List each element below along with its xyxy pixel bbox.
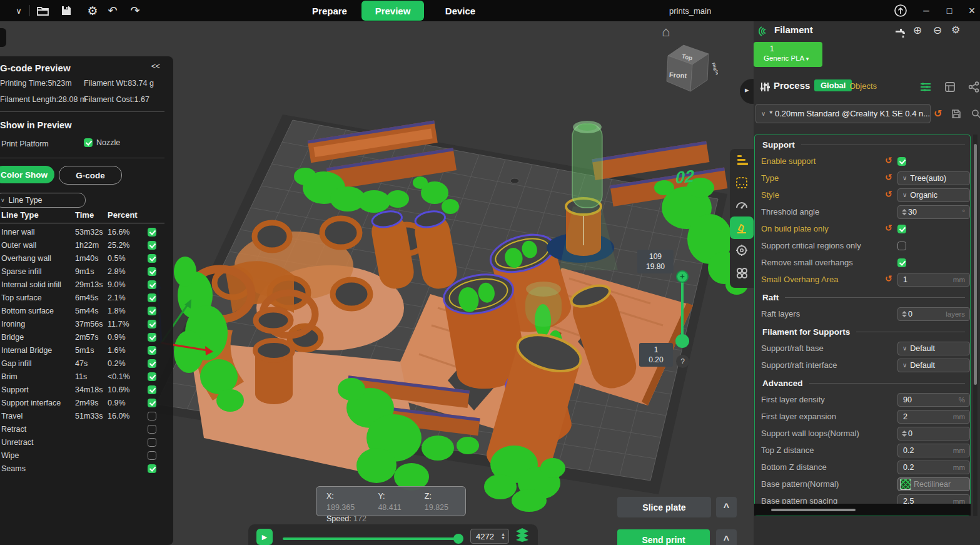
- send-print-button[interactable]: Send print: [617, 529, 710, 545]
- row-checkbox[interactable]: [148, 412, 156, 420]
- reset-icon[interactable]: ↺: [885, 155, 896, 165]
- process-scope-objects[interactable]: Objects: [849, 81, 877, 91]
- remove-small-overhangs-checkbox[interactable]: [897, 258, 906, 267]
- filament-settings-gear-icon[interactable]: ⚙: [951, 24, 960, 36]
- row-checkbox[interactable]: [148, 228, 156, 237]
- on-build-plate-checkbox[interactable]: [897, 225, 906, 233]
- row-checkbox[interactable]: [148, 464, 156, 473]
- tab-others[interactable]: [730, 262, 754, 284]
- redo-icon[interactable]: ↷: [128, 0, 143, 21]
- horizontal-scrollbar-thumb[interactable]: [771, 509, 856, 511]
- reset-icon[interactable]: ↺: [885, 273, 896, 283]
- tab-speed[interactable]: [730, 194, 754, 216]
- layer-spin-down-icon[interactable]: ▼: [501, 536, 505, 540]
- filament-flush-icon[interactable]: [893, 25, 906, 38]
- row-checkbox[interactable]: [148, 241, 156, 250]
- cloud-upload-icon[interactable]: [894, 4, 907, 18]
- close-button[interactable]: ×: [964, 0, 980, 21]
- row-checkbox[interactable]: [148, 333, 156, 342]
- open-folder-icon[interactable]: [36, 5, 50, 16]
- tab-device[interactable]: Device: [438, 0, 483, 21]
- small-overhang-area-input[interactable]: 1mm: [897, 273, 970, 287]
- help-button[interactable]: ?: [676, 355, 689, 368]
- process-params-icon[interactable]: [919, 81, 932, 93]
- raft-layers-input[interactable]: 0layers: [897, 307, 970, 321]
- tab-strength[interactable]: [730, 171, 754, 194]
- maximize-button[interactable]: □: [941, 0, 957, 21]
- send-options-button[interactable]: ^: [716, 529, 737, 545]
- support-critical-checkbox[interactable]: [897, 242, 906, 250]
- row-checkbox[interactable]: [148, 293, 156, 302]
- profile-selector[interactable]: ∨ * 0.20mm Standard @Creality K1 SE 0.4 …: [755, 104, 931, 123]
- layer-number-input[interactable]: 4272 ▲ ▼: [470, 529, 509, 544]
- type-dropdown[interactable]: ∨Tree(auto): [897, 171, 970, 185]
- row-checkbox[interactable]: [148, 254, 156, 263]
- save-icon[interactable]: [61, 5, 72, 16]
- chevron-down-icon[interactable]: ∨: [11, 0, 26, 21]
- process-scope-global[interactable]: Global: [814, 79, 852, 91]
- remove-filament-button[interactable]: ⊖: [933, 24, 942, 37]
- row-checkbox[interactable]: [148, 372, 156, 381]
- gcode-view-button[interactable]: G-code: [59, 166, 122, 185]
- reset-icon[interactable]: ↺: [885, 172, 896, 182]
- tab-cooling[interactable]: [730, 239, 754, 262]
- process-table-icon[interactable]: [944, 81, 956, 93]
- layers-icon[interactable]: [516, 528, 528, 542]
- line-type-collapse[interactable]: ∨ Line Type: [0, 193, 86, 208]
- layer-progress-thumb[interactable]: [453, 534, 463, 544]
- layer-slider-top-handle[interactable]: +: [676, 270, 689, 283]
- slice-options-button[interactable]: ^: [716, 497, 737, 517]
- slice-plate-button[interactable]: Slice plate: [617, 497, 711, 517]
- home-view-button[interactable]: ⌂: [662, 24, 670, 40]
- top-z-distance-input[interactable]: 0.2mm: [897, 444, 970, 457]
- tab-quality[interactable]: [730, 149, 754, 171]
- horizontal-scrollbar[interactable]: [754, 504, 971, 516]
- add-filament-button[interactable]: ⊕: [913, 24, 922, 37]
- row-checkbox[interactable]: [148, 307, 156, 315]
- base-pattern-dropdown[interactable]: Rectilinear: [897, 477, 970, 491]
- first-layer-density-input[interactable]: 90%: [897, 393, 970, 407]
- minimize-button[interactable]: –: [918, 0, 934, 21]
- style-dropdown[interactable]: ∨Organic: [897, 188, 970, 202]
- gear-icon[interactable]: ⚙: [85, 0, 100, 21]
- nozzle-checkbox[interactable]: [84, 138, 93, 147]
- process-compare-icon[interactable]: [968, 81, 979, 93]
- row-checkbox[interactable]: [148, 346, 156, 355]
- tab-prepare[interactable]: Prepare: [306, 0, 353, 21]
- enable-support-checkbox[interactable]: [897, 157, 906, 166]
- reset-icon[interactable]: ↺: [885, 189, 896, 199]
- view-cube[interactable]: Top Front Right: [662, 40, 718, 96]
- threshold-angle-input[interactable]: 30°: [897, 205, 970, 219]
- collapse-panel-button[interactable]: <<: [151, 61, 159, 71]
- layer-slider-bottom-handle[interactable]: [675, 334, 689, 348]
- row-checkbox[interactable]: [148, 438, 156, 447]
- vertical-scrollbar[interactable]: [973, 135, 977, 516]
- play-button[interactable]: ▶: [256, 529, 273, 545]
- profile-reset-icon[interactable]: ↺: [934, 108, 942, 120]
- color-show-button[interactable]: Color Show: [0, 166, 54, 183]
- bottom-z-distance-input[interactable]: 0.2mm: [897, 461, 970, 474]
- row-checkbox[interactable]: [148, 280, 156, 289]
- layer-slider-track[interactable]: [681, 277, 684, 341]
- row-checkbox[interactable]: [148, 320, 156, 329]
- tab-support[interactable]: [730, 216, 754, 239]
- row-checkbox[interactable]: [148, 451, 156, 460]
- filament-slot-card[interactable]: 1 Generic PLA ▾: [754, 42, 822, 67]
- row-checkbox[interactable]: [148, 399, 156, 407]
- tab-preview[interactable]: Preview: [361, 1, 424, 21]
- layer-progress-slider[interactable]: [283, 537, 461, 540]
- profile-search-icon[interactable]: [971, 109, 980, 119]
- vertical-scrollbar-thumb[interactable]: [974, 144, 977, 385]
- row-checkbox[interactable]: [148, 359, 156, 368]
- profile-save-icon[interactable]: [951, 109, 961, 119]
- support-raft-base-dropdown[interactable]: ∨Default: [897, 342, 970, 355]
- row-checkbox[interactable]: [148, 267, 156, 276]
- row-checkbox[interactable]: [148, 385, 156, 394]
- support-raft-interface-dropdown[interactable]: ∨Default: [897, 359, 970, 372]
- first-layer-expansion-input[interactable]: 2mm: [897, 410, 970, 424]
- reset-icon[interactable]: ↺: [885, 223, 896, 233]
- support-wall-loops-input[interactable]: 0: [897, 427, 970, 441]
- row-checkbox[interactable]: [148, 425, 156, 434]
- undo-icon[interactable]: ↶: [105, 0, 120, 21]
- left-edge-tab[interactable]: [0, 28, 6, 47]
